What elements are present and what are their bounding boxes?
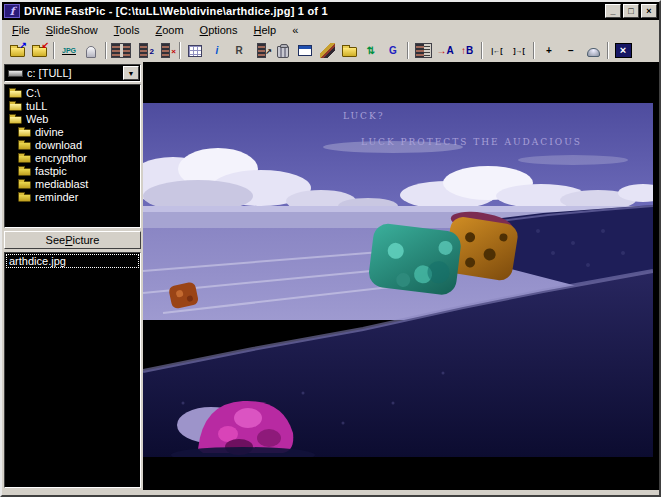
folder-item[interactable]: divine <box>5 126 140 139</box>
folder-icon <box>9 103 22 111</box>
folder-item[interactable]: download <box>5 139 140 152</box>
refresh-button[interactable]: ⇅ <box>360 41 382 61</box>
menu-item[interactable]: SlideShow <box>38 22 106 38</box>
menu-item[interactable]: Help <box>245 22 284 38</box>
refresh-icon: ⇅ <box>367 46 375 56</box>
save-picture-button[interactable]: ↙ <box>28 41 50 61</box>
close-view-overlay: × <box>171 48 176 56</box>
jpg-format-button[interactable]: JPG <box>58 41 80 61</box>
goto-b-button[interactable]: ↑B <box>456 41 478 61</box>
last-image-icon: ]→[ <box>513 47 525 54</box>
toolbar: ↗↙JPG2×iR↗⇅G→A↑B|←[]→[+−× <box>2 39 659 62</box>
image-caption-1: LUCK? <box>343 111 385 121</box>
edit-image-overlay: ↗ <box>265 48 272 56</box>
folder-item[interactable]: fastpic <box>5 165 140 178</box>
second-view-button[interactable]: 2 <box>132 41 154 61</box>
lock-icon <box>86 46 96 58</box>
folder-label: fastpic <box>35 165 67 178</box>
info-icon: i <box>216 46 219 56</box>
file-list: arthdice.jpg <box>4 252 141 488</box>
close-button[interactable]: × <box>641 4 657 18</box>
file-label: arthdice.jpg <box>9 255 66 267</box>
grid-view-button[interactable] <box>184 41 206 61</box>
menu-item[interactable]: Options <box>192 22 246 38</box>
open-picture-button[interactable]: ↗ <box>6 41 28 61</box>
info-button[interactable]: i <box>206 41 228 61</box>
last-image-button[interactable]: ]→[ <box>508 41 530 61</box>
sidebar: c: [TULL] ▼ C:\ tuLL <box>2 62 143 490</box>
first-image-button[interactable]: |←[ <box>486 41 508 61</box>
fullscreen-icon: × <box>615 43 632 58</box>
second-view-icon <box>139 43 148 58</box>
main-area: c: [TULL] ▼ C:\ tuLL <box>2 62 659 490</box>
toolbar-separator <box>481 42 483 59</box>
folder-item[interactable]: Web <box>5 113 140 126</box>
paint-button[interactable] <box>316 41 338 61</box>
window-title: DiViNE FastPic - [C:\tuLL\Web\divine\art… <box>24 5 603 17</box>
thumbnail-pair-icon <box>111 43 131 58</box>
file-item[interactable]: arthdice.jpg <box>6 254 139 268</box>
window-view-button[interactable] <box>294 41 316 61</box>
folder-label: divine <box>35 126 64 139</box>
browse-folder-button[interactable] <box>338 41 360 61</box>
drive-selector[interactable]: c: [TULL] ▼ <box>4 64 141 82</box>
folder-item[interactable]: encrypthor <box>5 152 140 165</box>
close-view-button[interactable]: × <box>154 41 176 61</box>
toolbar-separator <box>407 42 409 59</box>
folder-list: C:\ tuLL Web divine <box>4 84 141 228</box>
menu-item[interactable]: « <box>284 22 306 38</box>
drive-value: c: [TULL] <box>27 67 72 79</box>
folder-item[interactable]: mediablast <box>5 178 140 191</box>
folder-label: download <box>35 139 82 152</box>
menu-item[interactable]: Tools <box>106 22 148 38</box>
browse-folder-icon <box>342 47 357 57</box>
delete-button[interactable] <box>272 41 294 61</box>
zoom-in-icon: + <box>546 46 552 56</box>
folder-label: tuLL <box>26 100 47 113</box>
dauber-button[interactable] <box>582 41 604 61</box>
window-controls: _□× <box>603 4 657 18</box>
toolbar-separator <box>105 42 107 59</box>
folder-icon <box>18 142 31 150</box>
folder-label: reminder <box>35 191 78 204</box>
menu-item[interactable]: File <box>4 22 38 38</box>
folder-item[interactable]: C:\ <box>5 87 140 100</box>
bottom-border <box>2 490 659 495</box>
dauber-icon <box>587 48 600 57</box>
lock-button[interactable] <box>80 41 102 61</box>
toolbar-separator <box>607 42 609 59</box>
save-picture-overlay: ↙ <box>41 41 49 50</box>
folder-icon <box>18 168 31 176</box>
film-list-button[interactable] <box>412 41 434 61</box>
rename-icon: R <box>235 46 242 56</box>
image-caption-2: LUCK PROTECTS THE AUDACIOUS <box>361 137 582 147</box>
image-viewer: LUCK? LUCK PROTECTS THE AUDACIOUS <box>143 62 659 490</box>
goto-b-icon: ↑B <box>461 46 473 56</box>
film-list-icon <box>415 43 432 58</box>
folder-item[interactable]: tuLL <box>5 100 140 113</box>
drive-dropdown-button[interactable]: ▼ <box>123 66 139 80</box>
folder-item[interactable]: reminder <box>5 191 140 204</box>
gamma-button[interactable]: G <box>382 41 404 61</box>
folder-icon <box>18 155 31 163</box>
goto-a-icon: →A <box>436 46 453 56</box>
gamma-icon: G <box>389 46 397 56</box>
teal-die <box>367 222 462 296</box>
zoom-in-button[interactable]: + <box>538 41 560 61</box>
window-view-icon <box>298 45 312 56</box>
app-icon[interactable]: f <box>4 4 20 18</box>
goto-a-button[interactable]: →A <box>434 41 456 61</box>
drive-icon <box>8 70 23 77</box>
folder-label: Web <box>26 113 48 126</box>
rename-button[interactable]: R <box>228 41 250 61</box>
maximize-button[interactable]: □ <box>623 4 639 18</box>
toolbar-separator <box>179 42 181 59</box>
zoom-out-button[interactable]: − <box>560 41 582 61</box>
minimize-button[interactable]: _ <box>605 4 621 18</box>
see-picture-button[interactable]: See Picture <box>4 231 141 249</box>
folder-icon <box>18 194 31 202</box>
thumbnail-pair-button[interactable] <box>110 41 132 61</box>
edit-image-button[interactable]: ↗ <box>250 41 272 61</box>
fullscreen-button[interactable]: × <box>612 41 634 61</box>
menu-item[interactable]: Zoom <box>147 22 191 38</box>
